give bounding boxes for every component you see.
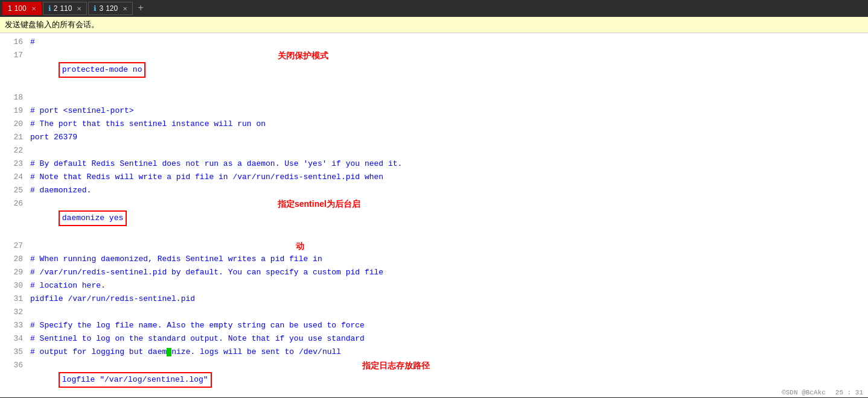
line-num-17: 17 bbox=[5, 49, 23, 62]
code-line-26: 26 daemonize yes 指定sentinel为后台启 bbox=[0, 197, 868, 239]
code-line-18: 18 bbox=[0, 91, 868, 104]
tab-1-label: 100 bbox=[14, 4, 27, 13]
line-num-20: 20 bbox=[5, 118, 23, 131]
line-content-36: logfile "/var/log/sentinel.log" bbox=[30, 359, 212, 397]
tab-1[interactable]: 1 100 ✕ bbox=[2, 2, 42, 15]
code-line-23: 23 # By default Redis Sentinel does not … bbox=[0, 157, 868, 171]
daemonize-label2: 动 bbox=[296, 239, 304, 253]
code-line-19: 19 # port <sentinel-port> bbox=[0, 104, 868, 118]
daemonize-box: daemonize yes bbox=[59, 210, 127, 226]
tab-1-close[interactable]: ✕ bbox=[31, 5, 36, 12]
code-line-33: 33 # Specify the log file name. Also the… bbox=[0, 319, 868, 332]
line-content-35: # output for logging but daem nize. logs… bbox=[30, 346, 341, 359]
line-content-33: # Specify the log file name. Also the em… bbox=[30, 319, 365, 332]
line-num-36: 36 bbox=[5, 359, 23, 372]
code-line-30: 30 # location here. bbox=[0, 279, 868, 292]
line-num-22: 22 bbox=[5, 144, 23, 157]
code-line-28: 28 # When running daemonized, Redis Sent… bbox=[0, 253, 868, 266]
line-num-25: 25 bbox=[5, 184, 23, 197]
logfile-box: logfile "/var/log/sentinel.log" bbox=[59, 372, 212, 388]
logfile-label: 指定日志存放路径 bbox=[362, 359, 430, 372]
line-content-30: # location here. bbox=[30, 279, 106, 292]
position-label: 25 : 31 bbox=[835, 389, 863, 396]
tab-add-button[interactable]: + bbox=[134, 2, 147, 15]
notification-bar: 发送键盘输入的所有会话。 bbox=[0, 17, 868, 33]
code-line-16: 16 # bbox=[0, 36, 868, 49]
line-num-23: 23 bbox=[5, 157, 23, 171]
line-num-33: 33 bbox=[5, 319, 23, 332]
daemonize-label: 指定sentinel为后台启 bbox=[278, 197, 360, 210]
line-content-29: # /var/run/redis-sentinel.pid by default… bbox=[30, 266, 383, 279]
line-num-35: 35 bbox=[5, 346, 23, 359]
line-content-19: # port <sentinel-port> bbox=[30, 104, 134, 118]
line-num-16: 16 bbox=[5, 36, 23, 49]
csdn-label: ©SDN @BcAkc bbox=[782, 389, 826, 396]
tab-2-close[interactable]: ✕ bbox=[77, 5, 81, 12]
tab-2-icon: ℹ bbox=[48, 4, 51, 13]
code-line-35: 35 # output for logging but daem nize. l… bbox=[0, 346, 868, 359]
line-num-31: 31 bbox=[5, 292, 23, 306]
code-line-34: 34 # Sentinel to log on the standard out… bbox=[0, 332, 868, 346]
protected-mode-box: protected-mode no bbox=[59, 62, 146, 78]
tab-3-icon: ℹ bbox=[94, 4, 97, 13]
code-line-17: 17 protected-mode no 关闭保护模式 bbox=[0, 49, 868, 91]
tab-2-num: 2 bbox=[54, 4, 58, 13]
code-line-29: 29 # /var/run/redis-sentinel.pid by defa… bbox=[0, 266, 868, 279]
line-content-34: # Sentinel to log on the standard output… bbox=[30, 332, 365, 346]
line-num-34: 34 bbox=[5, 332, 23, 346]
code-line-20: 20 # The port that this sentinel instanc… bbox=[0, 118, 868, 131]
line-num-29: 29 bbox=[5, 266, 23, 279]
line-content-16: # bbox=[30, 36, 35, 49]
protected-mode-label: 关闭保护模式 bbox=[278, 49, 328, 62]
tab-2-label: 110 bbox=[60, 4, 72, 13]
tab-3-num: 3 bbox=[99, 4, 103, 13]
status-bar: ©SDN @BcAkc 25 : 31 bbox=[782, 389, 863, 396]
line-num-27: 27 bbox=[5, 239, 23, 253]
line-num-24: 24 bbox=[5, 171, 23, 184]
tab-1-num: 1 bbox=[8, 4, 12, 13]
line-content-20: # The port that this sentinel instance w… bbox=[30, 118, 266, 131]
green-highlight bbox=[167, 348, 171, 356]
line-content-25: # daemonized. bbox=[30, 184, 91, 197]
line-content-21: port 26379 bbox=[30, 131, 77, 144]
line-content-28: # When running daemonized, Redis Sentine… bbox=[30, 253, 322, 266]
tab-3-label: 120 bbox=[106, 4, 118, 13]
line-num-32: 32 bbox=[5, 306, 23, 319]
code-area: 16 # 17 protected-mode no 关闭保护模式 18 19 #… bbox=[0, 33, 868, 397]
line-num-19: 19 bbox=[5, 104, 23, 118]
line-num-26: 26 bbox=[5, 197, 23, 210]
code-line-22: 22 bbox=[0, 144, 868, 157]
tab-3[interactable]: ℹ 3 120 ✕ bbox=[88, 2, 133, 15]
code-line-32: 32 bbox=[0, 306, 868, 319]
line-content-17: protected-mode no bbox=[30, 49, 145, 91]
tab-bar: 1 100 ✕ ℹ 2 110 ✕ ℹ 3 120 ✕ + bbox=[0, 0, 868, 17]
code-line-21: 21 port 26379 bbox=[0, 131, 868, 144]
code-line-25: 25 # daemonized. bbox=[0, 184, 868, 197]
line-num-21: 21 bbox=[5, 131, 23, 144]
line-content-23: # By default Redis Sentinel does not run… bbox=[30, 157, 402, 171]
code-line-24: 24 # Note that Redis will write a pid fi… bbox=[0, 171, 868, 184]
code-line-31: 31 pidfile /var/run/redis-sentinel.pid bbox=[0, 292, 868, 306]
line-content-26: daemonize yes bbox=[30, 197, 127, 239]
tab-3-close[interactable]: ✕ bbox=[123, 5, 127, 12]
line-num-30: 30 bbox=[5, 279, 23, 292]
code-line-27: 27 动 bbox=[0, 239, 868, 253]
line-content-31: pidfile /var/run/redis-sentinel.pid bbox=[30, 292, 195, 306]
line-content-24: # Note that Redis will write a pid file … bbox=[30, 171, 383, 184]
code-line-36: 36 logfile "/var/log/sentinel.log" 指定日志存… bbox=[0, 359, 868, 397]
tab-2[interactable]: ℹ 2 110 ✕ bbox=[43, 2, 88, 15]
line-num-28: 28 bbox=[5, 253, 23, 266]
notification-text: 发送键盘输入的所有会话。 bbox=[5, 20, 99, 29]
line-num-18: 18 bbox=[5, 91, 23, 104]
